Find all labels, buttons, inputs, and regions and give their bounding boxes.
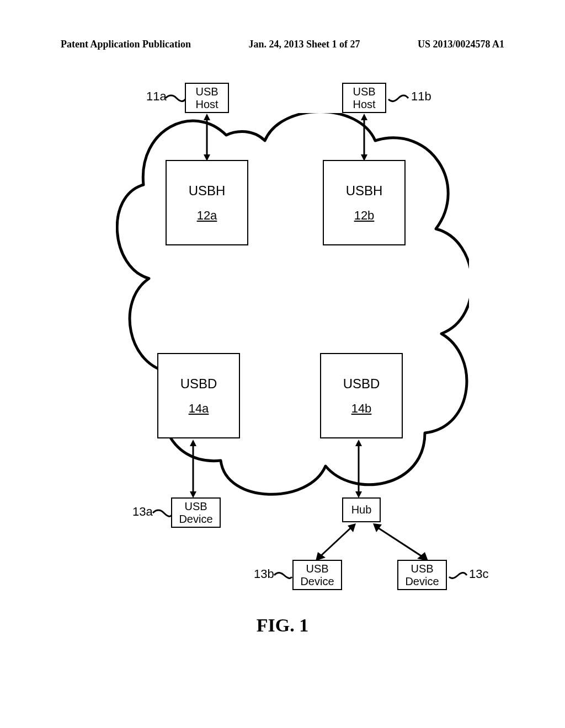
usb-host-a-box: USB Host (185, 83, 229, 113)
svg-line-12 (319, 527, 352, 558)
usbh-a-title: USBH (189, 183, 226, 199)
usbd-b-ref: 14b (351, 402, 372, 415)
arrow-host-a-usbh-a-icon (201, 113, 212, 162)
usb-device-c-line1: USB (411, 563, 433, 575)
ref-13b-label: 13b (254, 567, 274, 581)
svg-marker-13 (348, 523, 356, 532)
ref-13a-tail-icon (152, 507, 173, 518)
svg-marker-4 (361, 114, 367, 120)
usb-host-b-box: USB Host (342, 83, 386, 113)
svg-line-15 (376, 527, 424, 558)
usbh-b-ref: 12b (354, 208, 375, 222)
usb-device-c-box: USB Device (397, 560, 447, 590)
usb-host-a-line2: Host (195, 98, 218, 111)
usb-device-c-line2: Device (405, 575, 439, 588)
usbh-a-ref: 12a (197, 208, 217, 222)
usb-host-a-line1: USB (195, 85, 218, 98)
svg-marker-16 (373, 523, 382, 532)
ref-11a-label: 11a (146, 89, 167, 104)
usbh-b-box: USBH 12b (323, 160, 406, 245)
svg-marker-7 (190, 440, 196, 446)
usb-device-a-line1: USB (184, 500, 207, 513)
usb-device-a-line2: Device (179, 513, 212, 526)
figure-1-diagram: USB Host 11a USB Host 11b USBH 12a USBH … (72, 83, 491, 590)
arrow-host-b-usbh-b-icon (359, 113, 370, 162)
header-left: Patent Application Publication (61, 39, 191, 50)
arrow-usbd-b-hub-icon (353, 438, 364, 499)
usb-device-b-box: USB Device (292, 560, 342, 590)
svg-marker-1 (204, 114, 210, 120)
usbd-b-box: USBD 14b (320, 353, 403, 438)
arrow-usbd-a-device-a-icon (188, 438, 199, 499)
ref-11b-label: 11b (411, 89, 431, 104)
ref-13a-label: 13a (132, 505, 153, 519)
usb-host-b-line2: Host (353, 98, 375, 111)
ref-13b-tail-icon (273, 570, 293, 580)
usbh-a-box: USBH 12a (166, 160, 248, 245)
arrow-hub-device-b-icon (309, 521, 364, 565)
svg-marker-10 (355, 440, 362, 446)
hub-box: Hub (342, 497, 381, 522)
usb-device-b-line2: Device (300, 575, 334, 588)
usbd-b-title: USBD (343, 376, 380, 392)
ref-11a-tail-icon (164, 93, 186, 104)
hub-line1: Hub (351, 504, 372, 516)
usbh-b-title: USBH (346, 183, 383, 199)
arrow-hub-device-c-icon (370, 521, 436, 565)
ref-13c-tail-icon (448, 570, 468, 580)
ref-13c-label: 13c (469, 567, 488, 581)
ref-11b-tail-icon (387, 93, 409, 104)
usbd-a-box: USBD 14a (157, 353, 240, 438)
header-right: US 2013/0024578 A1 (418, 39, 504, 50)
usbd-a-title: USBD (180, 376, 217, 392)
header-center: Jan. 24, 2013 Sheet 1 of 27 (249, 39, 360, 50)
figure-label: FIG. 1 (0, 615, 565, 636)
usb-device-a-box: USB Device (171, 497, 221, 528)
usbd-a-ref: 14a (189, 402, 209, 415)
usb-host-b-line1: USB (353, 85, 375, 98)
usb-device-b-line1: USB (306, 563, 328, 575)
